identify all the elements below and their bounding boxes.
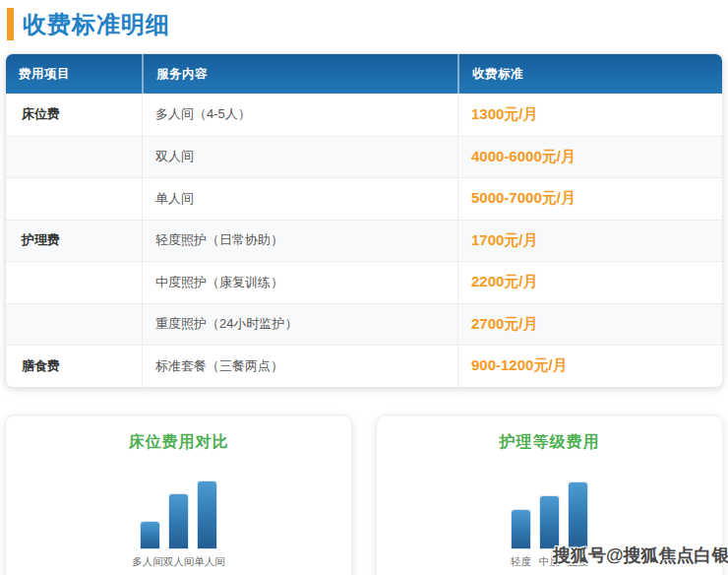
chart-bar-label: 单人间 (194, 555, 225, 569)
care-level-chart-title: 护理等级费用 (377, 432, 722, 453)
price-cell: 1300元/月 (457, 94, 722, 136)
chart-bar (569, 482, 587, 548)
table-row: 单人间5000-7000元/月 (6, 177, 722, 220)
chart-bar (540, 496, 559, 548)
chart-bar-label: 重度 (564, 555, 592, 569)
chart-bar-label: 双人间 (163, 555, 195, 569)
chart-bar-label: 多人间 (132, 555, 163, 569)
table-row: 重度照护（24小时监护）2700元/月 (6, 303, 722, 346)
fee-table-header: 费用项目 服务内容 收费标准 (6, 54, 722, 94)
service-cell: 多人间（4-5人） (142, 94, 457, 136)
chart-bar (512, 510, 530, 548)
page-title: 收费标准明细 (23, 9, 170, 40)
service-cell: 轻度照护（日常协助） (142, 221, 457, 262)
chart-bar (198, 481, 216, 548)
charts-row: 床位费用对比 多人间双人间单人间 护理等级费用 轻度中度重度 (5, 415, 723, 575)
table-row: 双人间4000-6000元/月 (6, 136, 722, 178)
column-header-fee-item: 费用项目 (6, 54, 142, 94)
table-row: 护理费轻度照护（日常协助）1700元/月 (6, 220, 722, 262)
price-cell: 1700元/月 (457, 221, 722, 262)
table-row: 膳食费标准套餐（三餐两点）900-1200元/月 (6, 345, 722, 387)
table-row: 床位费多人间（4-5人）1300元/月 (6, 94, 722, 136)
table-row: 中度照护（康复训练）2200元/月 (6, 261, 722, 303)
title-accent-bar (7, 8, 14, 40)
care-level-chart-card: 护理等级费用 轻度中度重度 (376, 415, 723, 575)
fee-table: 费用项目 服务内容 收费标准 床位费多人间（4-5人）1300元/月双人间400… (5, 53, 723, 388)
price-cell: 4000-6000元/月 (457, 137, 722, 178)
fee-item-cell (6, 137, 142, 178)
price-cell: 2700元/月 (457, 304, 722, 346)
bed-fee-chart-title: 床位费用对比 (6, 432, 351, 453)
service-cell: 双人间 (142, 137, 457, 178)
care-level-chart-bars (377, 481, 722, 548)
price-cell: 2200元/月 (457, 262, 722, 303)
fee-item-cell: 护理费 (6, 221, 142, 262)
bed-fee-chart-labels: 多人间双人间单人间 (6, 555, 351, 569)
bed-fee-chart-bars (6, 481, 351, 548)
chart-bar (169, 494, 188, 548)
chart-bar-label: 中度 (535, 555, 564, 569)
fee-table-body: 床位费多人间（4-5人）1300元/月双人间4000-6000元/月单人间500… (6, 94, 722, 387)
column-header-service: 服务内容 (142, 54, 457, 94)
price-cell: 900-1200元/月 (457, 346, 722, 387)
service-cell: 中度照护（康复训练） (142, 262, 457, 303)
fee-item-cell (6, 178, 142, 220)
fee-item-cell: 膳食费 (6, 346, 142, 387)
bed-fee-chart-card: 床位费用对比 多人间双人间单人间 (5, 415, 352, 575)
price-cell: 5000-7000元/月 (457, 178, 722, 220)
column-header-fee-standard: 收费标准 (457, 54, 722, 94)
page-header: 收费标准明细 (0, 0, 728, 43)
fee-item-cell (6, 304, 142, 346)
service-cell: 标准套餐（三餐两点） (142, 346, 457, 387)
chart-bar (141, 522, 159, 548)
fee-item-cell: 床位费 (6, 94, 142, 136)
care-level-chart-labels: 轻度中度重度 (377, 555, 722, 569)
service-cell: 单人间 (142, 178, 457, 220)
chart-bar-label: 轻度 (507, 555, 535, 569)
fee-item-cell (6, 262, 142, 303)
service-cell: 重度照护（24小时监护） (142, 304, 457, 346)
